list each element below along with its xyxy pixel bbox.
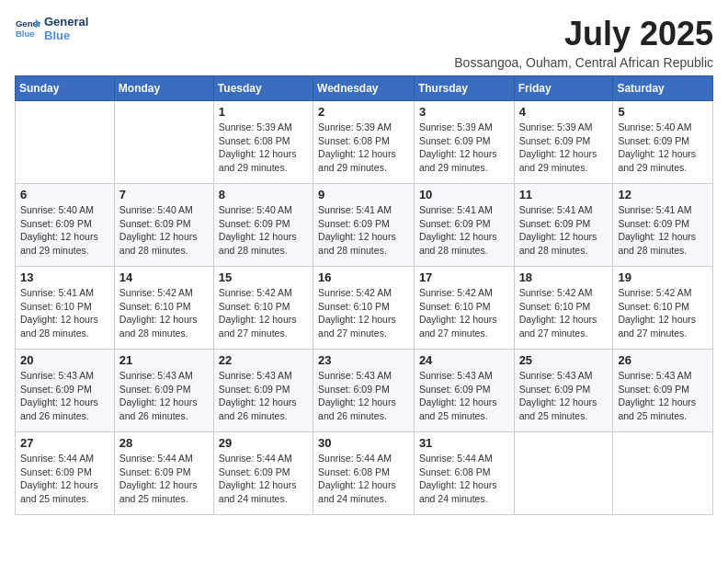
calendar-table: SundayMondayTuesdayWednesdayThursdayFrid… [15, 75, 713, 515]
day-info: Sunrise: 5:43 AM Sunset: 6:09 PM Dayligh… [20, 369, 109, 423]
weekday-header-thursday: Thursday [414, 76, 514, 101]
month-title: July 2025 [454, 15, 713, 53]
day-number: 20 [20, 353, 109, 367]
day-info: Sunrise: 5:40 AM Sunset: 6:09 PM Dayligh… [119, 203, 209, 258]
day-info: Sunrise: 5:39 AM Sunset: 6:09 PM Dayligh… [519, 121, 609, 175]
calendar-week-3: 13Sunrise: 5:41 AM Sunset: 6:10 PM Dayli… [16, 267, 713, 350]
day-number: 7 [119, 188, 209, 201]
day-number: 18 [519, 270, 609, 284]
calendar-cell: 2Sunrise: 5:39 AM Sunset: 6:08 PM Daylig… [313, 101, 415, 184]
calendar-cell: 16Sunrise: 5:42 AM Sunset: 6:10 PM Dayli… [313, 267, 415, 350]
day-number: 13 [20, 270, 109, 284]
day-number: 12 [618, 188, 708, 201]
day-number: 22 [219, 353, 308, 367]
subtitle: Bossangoa, Ouham, Central African Republ… [454, 55, 713, 70]
calendar-cell: 17Sunrise: 5:42 AM Sunset: 6:10 PM Dayli… [414, 267, 514, 350]
calendar-cell: 26Sunrise: 5:43 AM Sunset: 6:09 PM Dayli… [613, 350, 713, 432]
day-number: 31 [419, 436, 509, 450]
day-number: 11 [519, 188, 609, 201]
calendar-week-4: 20Sunrise: 5:43 AM Sunset: 6:09 PM Dayli… [16, 350, 713, 432]
day-number: 4 [519, 105, 609, 119]
day-info: Sunrise: 5:43 AM Sunset: 6:09 PM Dayligh… [519, 369, 609, 423]
calendar-cell: 12Sunrise: 5:41 AM Sunset: 6:09 PM Dayli… [613, 184, 713, 267]
day-number: 8 [219, 188, 308, 201]
calendar-cell: 30Sunrise: 5:44 AM Sunset: 6:08 PM Dayli… [313, 432, 415, 515]
logo: General Blue General Blue [15, 15, 88, 42]
day-info: Sunrise: 5:41 AM Sunset: 6:09 PM Dayligh… [419, 203, 509, 258]
day-number: 29 [219, 436, 308, 450]
calendar-cell [514, 432, 613, 515]
day-info: Sunrise: 5:44 AM Sunset: 6:09 PM Dayligh… [119, 452, 209, 506]
day-number: 28 [119, 436, 209, 450]
day-number: 9 [318, 188, 409, 201]
calendar-cell: 31Sunrise: 5:44 AM Sunset: 6:08 PM Dayli… [414, 432, 514, 515]
day-info: Sunrise: 5:44 AM Sunset: 6:09 PM Dayligh… [219, 452, 308, 506]
day-number: 2 [318, 105, 409, 119]
calendar-cell: 18Sunrise: 5:42 AM Sunset: 6:10 PM Dayli… [514, 267, 613, 350]
day-info: Sunrise: 5:43 AM Sunset: 6:09 PM Dayligh… [419, 369, 509, 423]
day-number: 24 [419, 353, 509, 367]
title-block: July 2025 Bossangoa, Ouham, Central Afri… [454, 15, 713, 70]
day-number: 26 [618, 353, 708, 367]
calendar-cell: 5Sunrise: 5:40 AM Sunset: 6:09 PM Daylig… [613, 101, 713, 184]
calendar-cell: 28Sunrise: 5:44 AM Sunset: 6:09 PM Dayli… [114, 432, 213, 515]
day-number: 5 [618, 105, 708, 119]
calendar-cell: 22Sunrise: 5:43 AM Sunset: 6:09 PM Dayli… [213, 350, 313, 432]
day-info: Sunrise: 5:42 AM Sunset: 6:10 PM Dayligh… [318, 286, 409, 340]
svg-text:Blue: Blue [16, 29, 35, 39]
calendar-cell: 1Sunrise: 5:39 AM Sunset: 6:08 PM Daylig… [213, 101, 313, 184]
calendar-cell: 13Sunrise: 5:41 AM Sunset: 6:10 PM Dayli… [16, 267, 115, 350]
calendar-cell: 19Sunrise: 5:42 AM Sunset: 6:10 PM Dayli… [613, 267, 713, 350]
day-info: Sunrise: 5:44 AM Sunset: 6:08 PM Dayligh… [318, 452, 409, 506]
day-info: Sunrise: 5:41 AM Sunset: 6:09 PM Dayligh… [618, 203, 708, 258]
day-info: Sunrise: 5:42 AM Sunset: 6:10 PM Dayligh… [219, 286, 308, 340]
day-number: 14 [119, 270, 209, 284]
day-number: 1 [219, 105, 308, 119]
day-number: 10 [419, 188, 509, 201]
calendar-cell [16, 101, 115, 184]
calendar-week-5: 27Sunrise: 5:44 AM Sunset: 6:09 PM Dayli… [16, 432, 713, 515]
logo-text-line1: General [44, 15, 88, 29]
logo-icon: General Blue [15, 16, 40, 41]
calendar-cell: 6Sunrise: 5:40 AM Sunset: 6:09 PM Daylig… [16, 184, 115, 267]
weekday-header-tuesday: Tuesday [213, 76, 313, 101]
day-info: Sunrise: 5:43 AM Sunset: 6:09 PM Dayligh… [318, 369, 409, 423]
calendar-cell: 14Sunrise: 5:42 AM Sunset: 6:10 PM Dayli… [114, 267, 213, 350]
day-info: Sunrise: 5:39 AM Sunset: 6:08 PM Dayligh… [318, 121, 409, 175]
logo-text-line2: Blue [44, 29, 88, 42]
calendar-cell [114, 101, 213, 184]
calendar-cell: 8Sunrise: 5:40 AM Sunset: 6:09 PM Daylig… [213, 184, 313, 267]
calendar-cell: 9Sunrise: 5:41 AM Sunset: 6:09 PM Daylig… [313, 184, 415, 267]
weekday-header-wednesday: Wednesday [313, 76, 415, 101]
day-number: 21 [119, 353, 209, 367]
day-info: Sunrise: 5:42 AM Sunset: 6:10 PM Dayligh… [519, 286, 609, 340]
calendar-cell: 7Sunrise: 5:40 AM Sunset: 6:09 PM Daylig… [114, 184, 213, 267]
day-number: 25 [519, 353, 609, 367]
calendar-week-2: 6Sunrise: 5:40 AM Sunset: 6:09 PM Daylig… [16, 184, 713, 267]
day-number: 30 [318, 436, 409, 450]
calendar-cell: 24Sunrise: 5:43 AM Sunset: 6:09 PM Dayli… [414, 350, 514, 432]
page-header: General Blue General Blue July 2025 Boss… [15, 15, 713, 70]
day-info: Sunrise: 5:40 AM Sunset: 6:09 PM Dayligh… [20, 203, 109, 258]
calendar-cell: 3Sunrise: 5:39 AM Sunset: 6:09 PM Daylig… [414, 101, 514, 184]
calendar-cell: 23Sunrise: 5:43 AM Sunset: 6:09 PM Dayli… [313, 350, 415, 432]
day-info: Sunrise: 5:39 AM Sunset: 6:09 PM Dayligh… [419, 121, 509, 175]
day-info: Sunrise: 5:41 AM Sunset: 6:10 PM Dayligh… [20, 286, 109, 340]
weekday-header-row: SundayMondayTuesdayWednesdayThursdayFrid… [16, 76, 713, 101]
day-info: Sunrise: 5:40 AM Sunset: 6:09 PM Dayligh… [618, 121, 708, 175]
weekday-header-friday: Friday [514, 76, 613, 101]
weekday-header-saturday: Saturday [613, 76, 713, 101]
calendar-cell: 4Sunrise: 5:39 AM Sunset: 6:09 PM Daylig… [514, 101, 613, 184]
calendar-cell: 27Sunrise: 5:44 AM Sunset: 6:09 PM Dayli… [16, 432, 115, 515]
calendar-cell: 10Sunrise: 5:41 AM Sunset: 6:09 PM Dayli… [414, 184, 514, 267]
calendar-week-1: 1Sunrise: 5:39 AM Sunset: 6:08 PM Daylig… [16, 101, 713, 184]
calendar-cell [613, 432, 713, 515]
day-number: 6 [20, 188, 109, 201]
calendar-cell: 20Sunrise: 5:43 AM Sunset: 6:09 PM Dayli… [16, 350, 115, 432]
day-number: 19 [618, 270, 708, 284]
day-number: 3 [419, 105, 509, 119]
day-info: Sunrise: 5:44 AM Sunset: 6:08 PM Dayligh… [419, 452, 509, 506]
day-info: Sunrise: 5:43 AM Sunset: 6:09 PM Dayligh… [618, 369, 708, 423]
weekday-header-monday: Monday [114, 76, 213, 101]
day-number: 17 [419, 270, 509, 284]
